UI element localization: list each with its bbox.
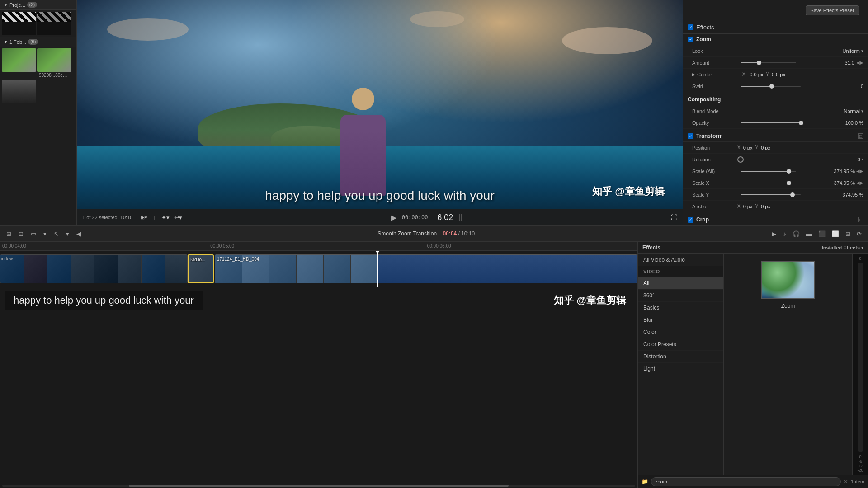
transform-expand[interactable]: □	[858, 133, 863, 139]
amount-arrows[interactable]: ◀▶	[856, 60, 863, 65]
effects-preview-area: Zoom	[724, 254, 852, 475]
scale-y-thumb[interactable]	[790, 192, 795, 197]
pos-y-value[interactable]: 0 px	[761, 145, 770, 150]
main-clip[interactable]: 171124_E1_HD_004	[215, 254, 637, 283]
scale-all-thumb[interactable]	[787, 169, 791, 174]
category-color[interactable]: Color	[638, 326, 723, 338]
thumbnail-train[interactable]	[2, 80, 36, 103]
crop-checkbox[interactable]: ✓	[688, 217, 693, 223]
project-header[interactable]: ▼ Proje... (2)	[0, 0, 76, 10]
category-distortion[interactable]: Distortion	[638, 351, 723, 363]
rotation-value[interactable]: 0 °	[746, 157, 863, 162]
video-preview: happy to help you up good luck with your…	[77, 0, 683, 225]
toolbar-next[interactable]: ▶	[770, 230, 778, 238]
overlay-icon[interactable]: ⊞	[844, 230, 852, 238]
play-button[interactable]: ▶	[391, 213, 396, 222]
scale-x-slider[interactable]	[741, 183, 796, 183]
category-all[interactable]: All	[638, 277, 723, 290]
swirl-thumb[interactable]	[769, 84, 774, 89]
blend-mode-row: Blend Mode Normal ▾	[683, 105, 868, 117]
transform-checkbox[interactable]: ✓	[688, 133, 693, 139]
view-options[interactable]: ⊞▾	[141, 215, 147, 221]
color-icon[interactable]: ⬛	[816, 230, 827, 238]
meter-bar-left	[858, 263, 863, 452]
center-y-value[interactable]: 0.0 px	[772, 72, 785, 77]
blend-mode-value[interactable]: Normal	[737, 108, 860, 114]
select-tool[interactable]: ✦▾	[161, 214, 170, 221]
timeline-area: 00:00:04:00 00:00:05:00 00:00:06:00 indo…	[0, 242, 637, 488]
pos-x-value[interactable]: 0 px	[743, 145, 753, 150]
amount-thumb[interactable]	[757, 61, 761, 65]
center-triangle[interactable]: ▶	[692, 72, 695, 77]
look-value[interactable]: Uniform	[737, 48, 860, 54]
swirl-value[interactable]: 0	[804, 84, 864, 89]
thumbnail-wolf[interactable]	[2, 48, 36, 79]
anchor-x-value[interactable]: 0 px	[743, 204, 753, 209]
position-coords: X 0 px Y 0 px	[737, 145, 770, 150]
feb-group-header[interactable]: ▼ 1 Feb... (6)	[0, 37, 76, 47]
playhead[interactable]	[377, 251, 378, 287]
effect-thumbnail[interactable]	[761, 261, 815, 299]
scale-x-arrows[interactable]: ◀▶	[856, 180, 863, 185]
look-dropdown[interactable]: ▾	[861, 49, 863, 53]
scale-all-arrows[interactable]: ◀▶	[856, 169, 863, 174]
scrollbar-thumb[interactable]	[129, 485, 509, 487]
settings-icon[interactable]: ⟳	[855, 230, 863, 238]
amount-slider[interactable]	[741, 62, 796, 63]
swirl-slider[interactable]	[741, 86, 801, 87]
clip-title: Smooth Zoom Transition	[377, 230, 437, 237]
thumbnail-clip1[interactable]	[2, 12, 36, 35]
amount-value[interactable]: 31.0	[800, 60, 855, 66]
toolbar-btn1[interactable]: ⊞	[5, 230, 13, 238]
scale-y-slider[interactable]	[741, 194, 801, 195]
category-basics[interactable]: Basics	[638, 302, 723, 314]
toolbar-select[interactable]: ↖	[52, 230, 61, 238]
opacity-slider[interactable]	[741, 122, 801, 123]
scale-x-value[interactable]: 374.95 %	[800, 180, 855, 186]
center-x-value[interactable]: -0.0 px	[748, 72, 764, 77]
scale-y-value[interactable]: 374.95 %	[804, 192, 864, 197]
headphone-icon[interactable]: 🎧	[791, 230, 802, 238]
category-light[interactable]: Light	[638, 363, 723, 375]
opacity-thumb[interactable]	[799, 121, 803, 125]
save-effects-preset-button[interactable]: Save Effects Preset	[806, 5, 859, 15]
toolbar-select2[interactable]: ▾	[64, 230, 71, 238]
zoom-checkbox[interactable]: ✓	[688, 37, 693, 42]
toolbar-prev[interactable]: ◀	[75, 230, 83, 238]
audio-meter-icon[interactable]: ▬	[804, 230, 814, 238]
effects-checkbox[interactable]: ✓	[688, 24, 693, 30]
rotation-dial[interactable]	[737, 156, 744, 163]
category-360[interactable]: 360°	[638, 290, 723, 302]
meter-minus20-label: -20	[857, 468, 863, 473]
search-input[interactable]	[651, 477, 841, 486]
scale-x-thumb[interactable]	[787, 181, 791, 185]
fullscreen-btn[interactable]: ⛶	[671, 214, 677, 221]
selected-clip[interactable]: Kid lo...	[188, 254, 214, 283]
toolbar-btn2[interactable]: ⊡	[17, 230, 25, 238]
compositing-header: Compositing	[683, 94, 868, 105]
toolbar-btn3[interactable]: ▭	[29, 230, 38, 238]
scale-y-label: Scale Y	[692, 192, 737, 197]
rotation-label: Rotation	[692, 157, 737, 162]
scale-all-slider[interactable]	[741, 171, 796, 172]
search-clear-button[interactable]: ✕	[844, 479, 848, 485]
scale-x-label: Scale X	[692, 180, 737, 186]
timeline-scrollbar[interactable]	[0, 483, 637, 488]
opacity-value[interactable]: 100.0 %	[804, 120, 864, 126]
category-all-video-audio[interactable]: All Video & Audio	[638, 254, 723, 266]
tools-btn[interactable]: ↩▾	[174, 214, 182, 221]
installed-dropdown[interactable]: ▾	[861, 245, 863, 250]
scale-all-value[interactable]: 374.95 %	[800, 169, 855, 174]
zoom-section-header[interactable]: ✓ Zoom	[683, 34, 868, 45]
toolbar-btn4[interactable]: ▾	[42, 230, 48, 238]
anchor-y-value[interactable]: 0 px	[761, 204, 770, 209]
audio-icon[interactable]: ♪	[782, 230, 788, 238]
blend-mode-dropdown[interactable]: ▾	[861, 109, 863, 113]
category-color-presets[interactable]: Color Presets	[638, 338, 723, 351]
category-blur[interactable]: Blur	[638, 314, 723, 326]
installed-effects-label: Installed Effects	[822, 245, 860, 250]
video-track: indow Kid lo...	[0, 251, 637, 287]
record-icon[interactable]: ⬜	[830, 230, 841, 238]
crop-expand[interactable]: □	[858, 217, 863, 222]
thumbnail-clip2[interactable]	[37, 12, 71, 35]
